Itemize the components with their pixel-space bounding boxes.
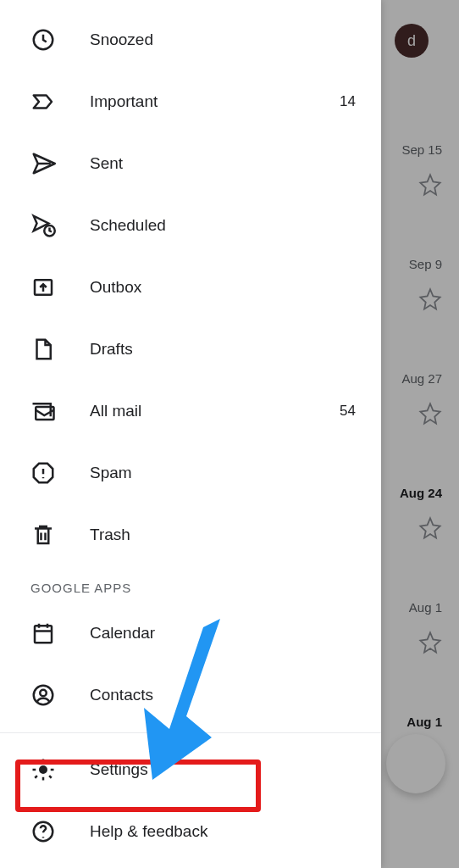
- nav-item-drafts[interactable]: Drafts: [0, 318, 381, 380]
- scheduled-icon: [30, 213, 56, 238]
- send-icon: [30, 151, 56, 176]
- nav-label: Calendar: [90, 624, 356, 643]
- nav-label: Drafts: [90, 340, 356, 359]
- nav-item-help-feedback[interactable]: Help & feedback: [0, 800, 381, 862]
- nav-item-all-mail[interactable]: All mail 54: [0, 380, 381, 442]
- drafts-icon: [30, 337, 56, 362]
- nav-label: Outbox: [90, 278, 356, 297]
- nav-label: Settings: [90, 760, 356, 779]
- nav-count: 14: [340, 93, 356, 110]
- outbox-icon: [30, 275, 56, 300]
- nav-label: Contacts: [90, 686, 356, 704]
- svg-point-6: [40, 689, 47, 696]
- nav-item-snoozed[interactable]: Snoozed: [0, 8, 381, 70]
- spam-icon: [30, 460, 56, 486]
- nav-label: Trash: [90, 526, 356, 544]
- divider: [0, 732, 381, 733]
- help-icon: [30, 819, 56, 844]
- clock-icon: [30, 27, 56, 53]
- nav-item-scheduled[interactable]: Scheduled: [0, 194, 381, 256]
- nav-item-spam[interactable]: Spam: [0, 442, 381, 504]
- all-mail-icon: [30, 398, 56, 424]
- gear-icon: [30, 757, 56, 782]
- important-icon: [30, 89, 56, 114]
- svg-rect-4: [35, 626, 52, 643]
- contacts-icon: [30, 682, 56, 708]
- nav-item-sent[interactable]: Sent: [0, 132, 381, 194]
- nav-count: 54: [340, 403, 356, 420]
- nav-label: Scheduled: [90, 216, 356, 235]
- navigation-drawer: Snoozed Important 14 Sent Scheduled Outb…: [0, 0, 381, 868]
- nav-label: Important: [90, 92, 340, 111]
- section-header-google-apps: GOOGLE APPS: [0, 581, 381, 595]
- nav-item-outbox[interactable]: Outbox: [0, 256, 381, 318]
- nav-label: Sent: [90, 154, 356, 173]
- nav-item-contacts[interactable]: Contacts: [0, 664, 381, 726]
- nav-label: All mail: [90, 402, 340, 420]
- trash-icon: [30, 522, 56, 548]
- nav-label: Help & feedback: [90, 822, 356, 841]
- nav-item-settings[interactable]: Settings: [0, 738, 381, 800]
- nav-label: Spam: [90, 464, 356, 482]
- svg-point-7: [40, 766, 47, 773]
- calendar-icon: [30, 620, 56, 646]
- nav-label: Snoozed: [90, 31, 356, 49]
- nav-item-calendar[interactable]: Calendar: [0, 602, 381, 664]
- scrim-overlay[interactable]: [381, 0, 459, 868]
- nav-item-trash[interactable]: Trash: [0, 504, 381, 565]
- nav-item-important[interactable]: Important 14: [0, 70, 381, 132]
